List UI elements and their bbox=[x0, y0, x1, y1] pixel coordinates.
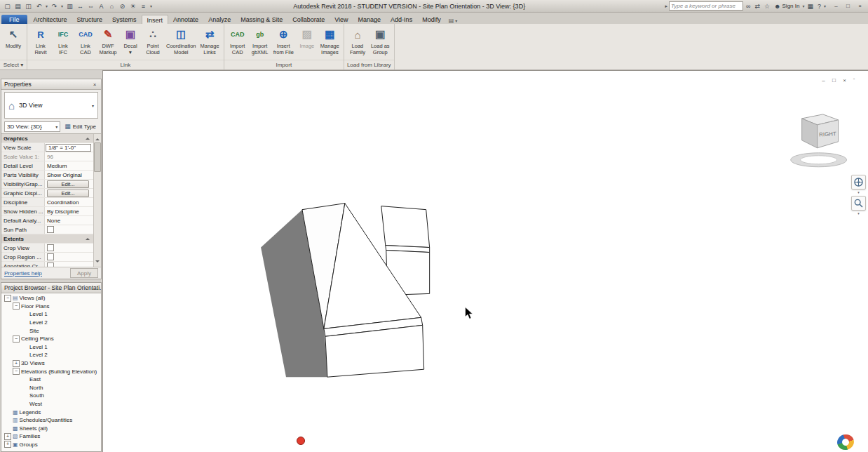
ribbon-tab[interactable]: File bbox=[1, 15, 27, 24]
ribbon-tab[interactable]: Collaborate bbox=[287, 15, 330, 24]
view-minimize-icon[interactable]: – bbox=[820, 77, 827, 84]
text-icon[interactable]: A bbox=[96, 1, 107, 11]
help-icon[interactable]: ? bbox=[816, 1, 822, 11]
ribbon-button[interactable]: ▨ Image bbox=[296, 25, 318, 50]
tree-item[interactable]: Level 2 bbox=[1, 319, 101, 327]
scroll-thumb[interactable] bbox=[94, 142, 101, 172]
exchange-apps-icon[interactable]: ⇄ bbox=[753, 1, 761, 11]
tree-expander-icon[interactable]: − bbox=[13, 335, 20, 343]
panel-label-select[interactable]: Select ▾ bbox=[0, 60, 27, 69]
ribbon-tab[interactable]: Analyze bbox=[203, 15, 236, 24]
minimize-icon[interactable]: – bbox=[830, 1, 842, 11]
tree-item[interactable]: ▦ Legends bbox=[1, 408, 101, 416]
ribbon-tab[interactable]: Systems bbox=[107, 15, 142, 24]
viewcube[interactable]: RIGHT bbox=[791, 114, 847, 167]
ribbon-tab[interactable]: Modify bbox=[417, 15, 446, 24]
open-icon[interactable]: ▤ bbox=[13, 1, 23, 11]
tree-item[interactable]: Site bbox=[1, 326, 101, 335]
measure-icon[interactable]: ↔ bbox=[75, 1, 86, 11]
tree-item[interactable]: West bbox=[1, 400, 101, 408]
ribbon-button[interactable]: ⌂ Load Family bbox=[346, 25, 369, 56]
tree-item[interactable]: ▥ Schedules/Quantities bbox=[1, 416, 101, 425]
ribbon-button[interactable]: ⇄ Manage Links bbox=[198, 25, 222, 56]
ribbon-tab[interactable]: Manage bbox=[353, 15, 386, 24]
aligned-dimension-icon[interactable]: ⇔ bbox=[86, 1, 96, 11]
type-selector[interactable]: ⌂ 3D View ▾ bbox=[4, 92, 98, 119]
ribbon-button[interactable]: gb Import gbXML bbox=[249, 25, 271, 56]
ribbon-button[interactable]: ∴ Point Cloud bbox=[142, 25, 164, 56]
scroll-down-icon[interactable] bbox=[95, 260, 100, 265]
ribbon-tab[interactable]: Insert bbox=[142, 15, 169, 24]
property-value[interactable] bbox=[45, 225, 93, 234]
print-icon[interactable]: ▥ bbox=[65, 1, 75, 11]
ribbon-tab[interactable]: View bbox=[330, 15, 353, 24]
properties-scrollbar[interactable] bbox=[93, 134, 101, 267]
property-value[interactable]: None bbox=[45, 216, 93, 225]
tree-expander-icon[interactable]: + bbox=[13, 360, 20, 367]
help-caret[interactable]: ▾ bbox=[824, 1, 826, 11]
property-value[interactable]: Edit... bbox=[47, 180, 89, 188]
app-cursor-icon[interactable]: ▢ bbox=[2, 1, 13, 11]
section-icon[interactable]: ⊘ bbox=[117, 1, 128, 11]
undo-caret[interactable]: ▾ bbox=[44, 1, 49, 11]
ribbon-tab[interactable]: Add-Ins bbox=[386, 15, 417, 24]
property-value[interactable]: 1/8" = 1'-0" bbox=[46, 144, 91, 152]
tree-item[interactable]: − Floor Plans bbox=[1, 303, 101, 311]
thin-lines-icon[interactable]: ≡ bbox=[138, 1, 149, 11]
view-scroll-up-icon[interactable]: ˆ bbox=[851, 77, 857, 84]
ribbon-tab[interactable]: Structure bbox=[72, 15, 108, 24]
tree-item[interactable]: + ▣ Groups bbox=[1, 441, 101, 449]
properties-help-link[interactable]: Properties help bbox=[4, 270, 42, 277]
tree-item[interactable]: Level 2 bbox=[1, 351, 101, 359]
ribbon-button[interactable]: ▣ Load as Group bbox=[369, 25, 392, 56]
search-collapse-caret[interactable]: ▸ bbox=[665, 4, 667, 9]
property-value[interactable] bbox=[45, 262, 93, 267]
project-browser-header[interactable]: Project Browser - Site Plan Orientati...… bbox=[1, 283, 101, 293]
tree-item[interactable]: North bbox=[1, 384, 101, 392]
redo-caret[interactable]: ▾ bbox=[60, 1, 65, 11]
redo-icon[interactable]: ↷ bbox=[49, 1, 60, 11]
tree-item[interactable]: East bbox=[1, 375, 101, 384]
property-value[interactable] bbox=[45, 253, 93, 261]
edit-type-button[interactable]: ▦ Edit Type bbox=[62, 123, 98, 130]
view-restore-icon[interactable]: □ bbox=[830, 77, 838, 84]
property-value[interactable]: Edit... bbox=[47, 190, 89, 197]
property-value[interactable]: 96 bbox=[45, 152, 93, 161]
tree-item[interactable]: Level 1 bbox=[1, 310, 101, 319]
save-icon[interactable]: ◫ bbox=[23, 1, 34, 11]
tree-item[interactable]: − Elevations (Building Elevation) bbox=[1, 367, 101, 375]
ribbon-button[interactable]: ▦ Manage Images bbox=[318, 25, 341, 56]
steering-wheel-button[interactable] bbox=[851, 175, 866, 190]
ribbon-button[interactable]: ▣ Decal ▾ bbox=[119, 25, 142, 56]
undo-icon[interactable]: ↶ bbox=[34, 1, 44, 11]
property-value[interactable]: Show Original bbox=[45, 171, 93, 179]
tree-expander-icon[interactable]: + bbox=[4, 433, 11, 440]
tree-item[interactable]: − Ceiling Plans bbox=[1, 335, 101, 343]
tree-expander-icon[interactable]: + bbox=[4, 441, 11, 448]
ribbon-tab[interactable]: Annotate bbox=[168, 15, 203, 24]
property-value[interactable]: Coordination bbox=[45, 198, 93, 206]
user-icon[interactable]: ☻ Sign In bbox=[773, 1, 801, 11]
type-selector-caret-icon[interactable]: ▾ bbox=[92, 103, 94, 108]
view-close-icon[interactable]: × bbox=[841, 77, 848, 84]
binoculars-search-icon[interactable]: ∞ bbox=[745, 1, 752, 11]
sun-settings-icon[interactable]: ☀ bbox=[128, 1, 138, 11]
close-icon[interactable]: × bbox=[854, 1, 866, 11]
ribbon-button[interactable]: R Link Revit bbox=[29, 25, 52, 56]
default-3d-view-icon[interactable]: ⌂ bbox=[107, 1, 117, 11]
ribbon-button[interactable]: ◫ Coordination Model bbox=[164, 25, 198, 56]
apply-button[interactable]: Apply bbox=[70, 268, 98, 278]
ribbon-button[interactable]: ↖ Modify bbox=[2, 25, 25, 50]
viewcube-face-label[interactable]: RIGHT bbox=[819, 131, 836, 138]
tree-item[interactable]: − ▤ Views (all) bbox=[1, 294, 101, 303]
ribbon-button[interactable]: IFC Link IFC bbox=[52, 25, 74, 56]
ribbon-button[interactable]: ✎ DWF Markup bbox=[97, 25, 119, 56]
qat-customize-caret[interactable]: ▾ bbox=[149, 1, 154, 11]
ribbon-state-toggle[interactable]: ▤ ▾ bbox=[449, 18, 458, 24]
wheel-options-caret-icon[interactable]: ▾ bbox=[857, 191, 860, 194]
signin-caret[interactable]: ▾ bbox=[802, 1, 804, 11]
tree-item[interactable]: + 3D Views bbox=[1, 359, 101, 368]
tree-item[interactable]: South bbox=[1, 392, 101, 400]
search-input[interactable] bbox=[669, 1, 743, 11]
instance-selector[interactable]: 3D View: {3D} ▾ bbox=[4, 121, 60, 132]
